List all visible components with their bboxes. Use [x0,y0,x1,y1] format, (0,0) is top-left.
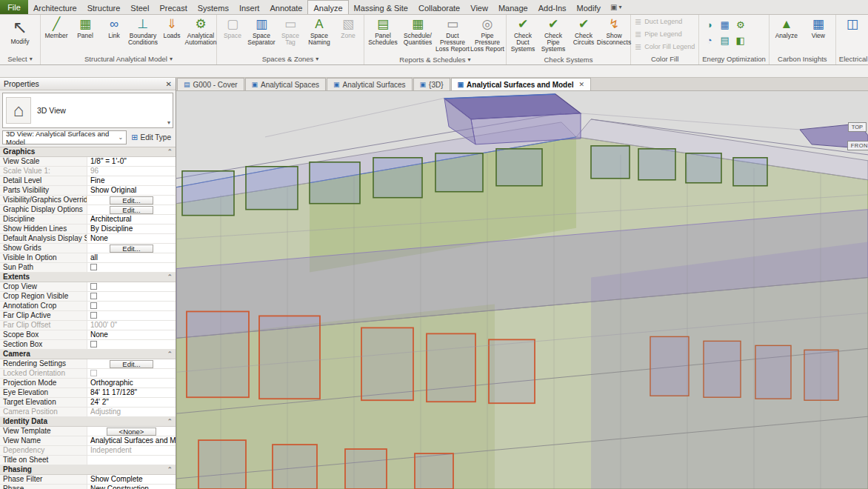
far-clip-active-checkbox[interactable] [90,312,97,319]
panel-label-structural[interactable]: Structural Analytical Model ▾ [41,53,216,64]
prop-value[interactable]: None [87,234,176,243]
panel-label-check-systems[interactable]: Check Systems [507,55,630,64]
show-disconnects-button[interactable]: ↯ Show Disconnects [599,16,629,54]
viewcube-top-face[interactable]: TOP [848,122,867,132]
zone-button[interactable]: ▧ Zone [334,16,362,53]
file-menu-button[interactable]: File [0,0,28,14]
tab-collaborate[interactable]: Collaborate [413,0,465,14]
properties-header[interactable]: Properties ✕ [0,78,176,90]
tab-massing-site[interactable]: Massing & Site [349,0,413,14]
space-naming-button[interactable]: A Space Naming [305,16,333,53]
boundary-conditions-button[interactable]: ⊥ Boundary Conditions [129,16,157,53]
view-tab-analytical-spaces[interactable]: ▣ Analytical Spaces [245,78,326,90]
energy-optimize-icon[interactable]: ⚙ [733,18,747,32]
view-type-combo[interactable]: 3D View: Analytical Surfaces and Model ⌄ [2,130,127,144]
panel-label-select[interactable]: Select ▾ [0,53,40,64]
view-tab-g000-cover[interactable]: ▤ G000 - Cover [177,78,244,90]
panel-schedules-button[interactable]: ▤ Panel Schedules [366,16,400,54]
crop-view-checkbox[interactable] [90,283,97,290]
section-identity-data[interactable]: Identity Data ⌃ [0,417,176,427]
check-duct-systems-button[interactable]: ✔ Check Duct Systems [508,16,538,54]
carbon-view-button[interactable]: ▦ View [803,16,834,53]
crop-region-visible-checkbox[interactable] [90,293,97,299]
tab-systems[interactable]: Systems [193,0,234,14]
duct-pressure-loss-report-button[interactable]: ▭ Duct Pressure Loss Report [435,16,470,54]
edit-button[interactable]: Edit... [110,206,153,214]
section-phasing[interactable]: Phasing ⌃ [0,465,176,475]
energy-reports-icon[interactable]: ▤ [718,33,732,47]
edit-button[interactable]: Edit... [110,196,153,204]
drawing-area[interactable]: TOP FRONT [176,91,868,489]
tab-insert[interactable]: Insert [234,0,265,14]
section-graphics[interactable]: Graphics ⌃ [0,147,176,157]
prop-value[interactable]: New Construction [87,485,176,489]
tab-structure[interactable]: Structure [82,0,126,14]
prop-value[interactable]: Fine [87,176,176,185]
section-extents[interactable]: Extents ⌃ [0,273,176,282]
prop-value[interactable]: None [87,330,176,339]
panel-label-spaces-zones[interactable]: Spaces & Zones ▾ [217,53,364,64]
energy-settings-icon[interactable]: ◑ [702,18,716,32]
pipe-pressure-loss-report-button[interactable]: ◎ Pipe Pressure Loss Report [470,16,504,54]
space-separator-button[interactable]: ▥ Space Separator [247,16,276,53]
panel-label-reports[interactable]: Reports & Schedules ▾ [364,55,506,64]
edit-type-button[interactable]: ⊞ Edit Type [129,130,173,144]
prop-value[interactable]: Orthographic [87,379,176,387]
tab-architecture[interactable]: Architecture [28,0,82,14]
prop-value[interactable]: Show Complete [87,475,176,484]
analytical-automation-button[interactable]: ⚙ Analytical Automation [187,16,215,53]
schedule-quantities-button[interactable]: ▦ Schedule/ Quantities [401,16,435,54]
tab-view[interactable]: View [465,0,493,14]
viewcube[interactable]: TOP FRONT [838,122,868,150]
prop-value[interactable]: Analytical Surfaces and Mo... [87,436,176,445]
sun-path-checkbox[interactable] [90,264,97,270]
panel-label-carbon[interactable]: Carbon Insights [769,53,835,64]
annotation-crop-checkbox[interactable] [90,302,97,309]
prop-value[interactable] [87,456,176,465]
prop-value[interactable]: 1/8" = 1'-0" [87,157,176,166]
prop-value[interactable]: 84' 11 17/128" [87,388,176,397]
space-tag-button[interactable]: ▭ Space Tag [276,16,304,53]
energy-model-icon[interactable]: ▦ [718,18,732,32]
view-tab-analytical-surfaces-and-model[interactable]: ▣ Analytical Surfaces and Model ✕ [451,78,592,90]
tool-indicator-dropdown[interactable]: ▣ ▾ [606,0,626,14]
tab-precast[interactable]: Precast [154,0,192,14]
prop-value[interactable]: Show Original [87,186,176,195]
view-tab-3d[interactable]: ▣ {3D} [413,78,450,90]
section-box-checkbox[interactable] [90,341,97,347]
tab-steel[interactable]: Steel [125,0,154,14]
panel-element-button[interactable]: ▦ Panel [71,16,99,53]
tab-analyze[interactable]: Analyze [307,0,348,14]
close-icon[interactable]: ✕ [166,80,172,88]
pipe-legend-item[interactable]: ≣ Pipe Legend [632,28,697,40]
space-button[interactable]: ▢ Space [218,16,247,53]
view-tab-analytical-surfaces[interactable]: ▣ Analytical Surfaces [327,78,413,90]
energy-systems-icon[interactable]: ◧ [733,33,747,47]
modify-button[interactable]: ↖ Modify [1,16,39,53]
locked-orientation-checkbox[interactable] [90,370,97,376]
tab-manage[interactable]: Manage [493,0,533,14]
carbon-analyze-button[interactable]: ▲ Analyze [771,16,802,53]
tab-annotate[interactable]: Annotate [264,0,307,14]
close-icon[interactable]: ✕ [579,81,585,88]
section-camera[interactable]: Camera ⌃ [0,350,176,359]
panel-label-electrical[interactable]: Electrical Analysis [836,53,868,64]
panel-label-energy[interactable]: Energy Optimization [699,53,769,64]
panel-label-color-fill[interactable]: Color Fill [631,53,698,64]
prop-value[interactable]: 24' 2" [87,398,176,407]
check-circuits-button[interactable]: ✔ Check Circuits [569,16,598,54]
viewcube-front-face[interactable]: FRONT [847,141,868,150]
edit-button[interactable]: Edit... [110,245,153,253]
duct-legend-item[interactable]: ≣ Duct Legend [632,16,697,27]
loads-button[interactable]: ⇓ Loads [158,16,186,53]
link-button[interactable]: ∞ Link [100,16,128,53]
electrical-analysis-button[interactable]: ◫ [838,16,867,53]
prop-value[interactable]: Architectural [87,215,176,224]
view-template-button[interactable]: <None> [107,428,157,436]
prop-value[interactable]: all [87,253,176,262]
type-selector[interactable]: ⌂ 3D View ▾ [2,93,173,128]
tab-add-ins[interactable]: Add-Ins [533,0,572,14]
edit-button[interactable]: Edit... [110,360,153,368]
prop-value[interactable]: By Discipline [87,224,176,233]
tab-modify[interactable]: Modify [572,0,606,14]
